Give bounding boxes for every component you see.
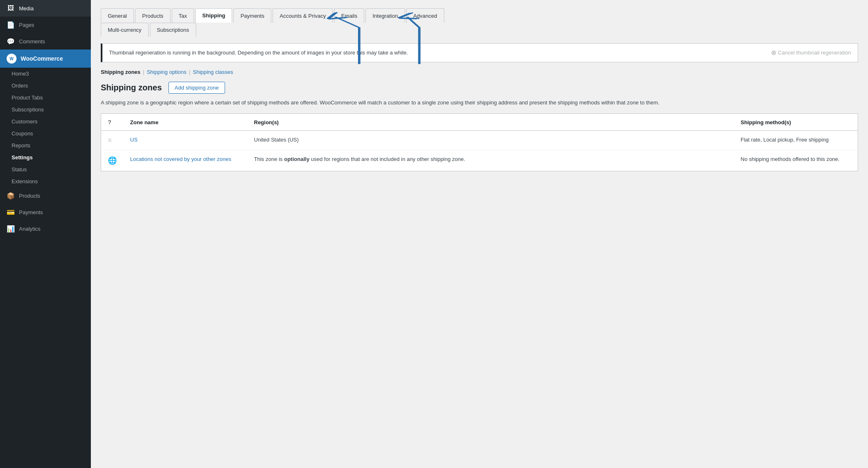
region-cell: This zone is optionally used for regions… [247, 150, 734, 171]
sidebar-item-label: Pages [19, 22, 34, 28]
tab-accounts-privacy[interactable]: Accounts & Privacy [273, 8, 333, 23]
tab-tax[interactable]: Tax [172, 8, 194, 23]
section-title: Shipping zones [101, 83, 162, 92]
zones-table: ? Zone name Region(s) Shipping method(s)… [101, 113, 858, 171]
add-shipping-zone-button[interactable]: Add shipping zone [168, 82, 225, 94]
tab-integration[interactable]: Integration [365, 8, 405, 23]
sidebar-item-settings[interactable]: Settings [0, 151, 91, 163]
customers-label: Customers [12, 118, 38, 125]
sub-nav: Shipping zones | Shipping options | Ship… [101, 69, 858, 75]
woocommerce-header[interactable]: W WooCommerce [0, 50, 91, 68]
region-bold: optionally [284, 156, 309, 162]
globe-cell: 🌐 [101, 150, 124, 171]
us-zone-link[interactable]: US [130, 137, 138, 143]
sidebar-item-analytics[interactable]: 📊 Analytics [0, 220, 91, 237]
help-icon[interactable]: ? [108, 119, 111, 125]
sidebar-item-comments[interactable]: 💬 Comments [0, 33, 91, 50]
sidebar-item-extensions[interactable]: Extensions [0, 175, 91, 187]
globe-icon: 🌐 [108, 156, 117, 165]
tab-general[interactable]: General [101, 8, 134, 23]
orders-label: Orders [12, 83, 28, 89]
sidebar-item-product-tabs[interactable]: Product Tabs [0, 92, 91, 104]
sidebar-item-label: Comments [19, 38, 45, 45]
subnav-sep-1: | [143, 69, 144, 75]
sidebar-item-status[interactable]: Status [0, 163, 91, 175]
analytics-icon: 📊 [7, 225, 15, 233]
tab-shipping[interactable]: Shipping [195, 8, 232, 23]
th-methods: Shipping method(s) [734, 114, 858, 131]
th-zone-name: Zone name [123, 114, 247, 131]
media-icon: 🖼 [7, 4, 15, 12]
uncovered-zone-link[interactable]: Locations not covered by your other zone… [130, 156, 231, 162]
region-suffix: used for regions that are not included i… [309, 156, 465, 162]
sidebar-item-payments[interactable]: 💳 Payments [0, 204, 91, 220]
tab-products[interactable]: Products [135, 8, 170, 23]
shipping-description: A shipping zone is a geographic region w… [101, 99, 858, 107]
sidebar-item-customers[interactable]: Customers [0, 116, 91, 128]
sidebar: 🖼 Media 📄 Pages 💬 Comments W WooCommerce… [0, 0, 91, 468]
region-prefix: This zone is [254, 156, 284, 162]
th-regions: Region(s) [247, 114, 734, 131]
subnav-current: Shipping zones [101, 69, 140, 75]
tab-emails[interactable]: Emails [334, 8, 364, 23]
x-icon: ⊗ [771, 49, 776, 57]
sidebar-item-products[interactable]: 📦 Products [0, 187, 91, 204]
methods-cell: No shipping methods offered to this zone… [734, 150, 858, 171]
sidebar-item-pages[interactable]: 📄 Pages [0, 17, 91, 33]
table-row: ≡ US United States (US) Flat rate, Local… [101, 131, 858, 150]
products-label: Products [19, 193, 40, 199]
subnav-shipping-classes[interactable]: Shipping classes [193, 69, 233, 75]
woocommerce-label: WooCommerce [21, 55, 63, 62]
sidebar-item-label: Media [19, 5, 33, 12]
tab-multi-currency[interactable]: Multi-currency [101, 23, 149, 37]
payments-icon: 💳 [7, 208, 15, 216]
tab-subscriptions[interactable]: Subscriptions [150, 23, 196, 37]
subscriptions-label: Subscriptions [12, 106, 44, 113]
home-label: Home [12, 71, 26, 77]
comments-icon: 💬 [7, 37, 15, 45]
woo-logo: W [7, 54, 17, 64]
tab-payments[interactable]: Payments [233, 8, 271, 23]
reports-label: Reports [12, 142, 31, 149]
coupons-label: Coupons [12, 130, 33, 137]
notice-text: Thumbnail regeneration is running in the… [109, 49, 764, 57]
subnav-shipping-options[interactable]: Shipping options [147, 69, 186, 75]
sidebar-item-subscriptions[interactable]: Subscriptions [0, 104, 91, 116]
settings-label: Settings [12, 154, 33, 161]
th-icon: ? [101, 114, 124, 131]
home-badge: 3 [26, 71, 29, 77]
sidebar-item-reports[interactable]: Reports [0, 139, 91, 151]
zone-name-cell: US [123, 131, 247, 150]
table-row: 🌐 Locations not covered by your other zo… [101, 150, 858, 171]
section-header: Shipping zones Add shipping zone [101, 82, 858, 94]
drag-handle-icon[interactable]: ≡ [108, 137, 111, 144]
sidebar-item-coupons[interactable]: Coupons [0, 128, 91, 139]
tabs-row-1: General Products Tax Shipping Payments A… [101, 8, 858, 23]
extensions-label: Extensions [12, 178, 38, 184]
region-cell: United States (US) [247, 131, 734, 150]
analytics-label: Analytics [19, 226, 40, 232]
sidebar-item-home[interactable]: Home 3 [0, 68, 91, 80]
sidebar-item-orders[interactable]: Orders [0, 80, 91, 92]
subnav-sep-2: | [189, 69, 190, 75]
products-icon: 📦 [7, 191, 15, 200]
cancel-thumbnail-button[interactable]: ⊗ Cancel thumbnail regeneration [771, 49, 851, 57]
drag-cell: ≡ [101, 131, 124, 150]
payments-label: Payments [19, 209, 43, 215]
tabs-row-2: Multi-currency Subscriptions [101, 23, 858, 37]
product-tabs-label: Product Tabs [12, 95, 43, 101]
notice-banner: Thumbnail regeneration is running in the… [101, 43, 858, 62]
sidebar-item-media[interactable]: 🖼 Media [0, 0, 91, 17]
main-content: General Products Tax Shipping Payments A… [91, 0, 868, 468]
status-label: Status [12, 166, 27, 173]
tab-advanced[interactable]: Advanced [406, 8, 444, 23]
zone-name-cell: Locations not covered by your other zone… [123, 150, 247, 171]
methods-cell: Flat rate, Local pickup, Free shipping [734, 131, 858, 150]
pages-icon: 📄 [7, 21, 15, 29]
